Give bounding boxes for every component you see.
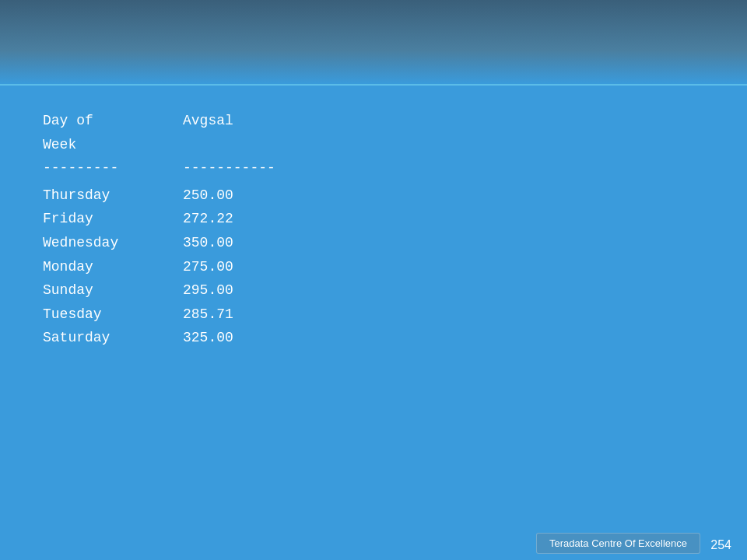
row-day: Saturday [43, 326, 183, 350]
table-row: Tuesday 285.71 [43, 303, 704, 327]
table-rows: Thursday 250.00 Friday 272.22 Wednesday … [43, 184, 704, 350]
data-table: Day of Week Avgsal --------- -----------… [43, 109, 704, 350]
row-day: Sunday [43, 278, 183, 303]
row-avgsal: 295.00 [183, 278, 276, 303]
col-avg-separator: ----------- [183, 156, 276, 180]
table-row: Monday 275.00 [43, 255, 704, 279]
row-day: Monday [43, 255, 183, 279]
col-day-header-line1: Day of [43, 109, 183, 133]
col-day-header-line2: Week [43, 133, 183, 157]
table-row: Friday 272.22 [43, 207, 704, 231]
table-row: Saturday 325.00 [43, 326, 704, 350]
header-banner [0, 0, 747, 86]
col-day-separator: --------- [43, 156, 183, 180]
row-day: Thursday [43, 184, 183, 208]
row-avgsal: 285.71 [183, 303, 276, 327]
row-day: Friday [43, 207, 183, 231]
col-day-header: Day of Week [43, 109, 183, 156]
page-number: 254 [710, 538, 731, 552]
teradata-badge: Teradata Centre Of Excellence [536, 533, 700, 554]
row-avgsal: 275.00 [183, 255, 276, 279]
table-header: Day of Week Avgsal [43, 109, 704, 156]
table-row: Thursday 250.00 [43, 184, 704, 208]
row-avgsal: 250.00 [183, 184, 276, 208]
row-avgsal: 350.00 [183, 231, 276, 255]
table-row: Wednesday 350.00 [43, 231, 704, 255]
separator-row: --------- ----------- [43, 156, 704, 180]
row-avgsal: 325.00 [183, 326, 276, 350]
content-area: Day of Week Avgsal --------- -----------… [0, 86, 747, 373]
row-avgsal: 272.22 [183, 207, 276, 231]
table-row: Sunday 295.00 [43, 278, 704, 303]
row-day: Tuesday [43, 303, 183, 327]
col-avg-header: Avgsal [183, 109, 276, 156]
row-day: Wednesday [43, 231, 183, 255]
